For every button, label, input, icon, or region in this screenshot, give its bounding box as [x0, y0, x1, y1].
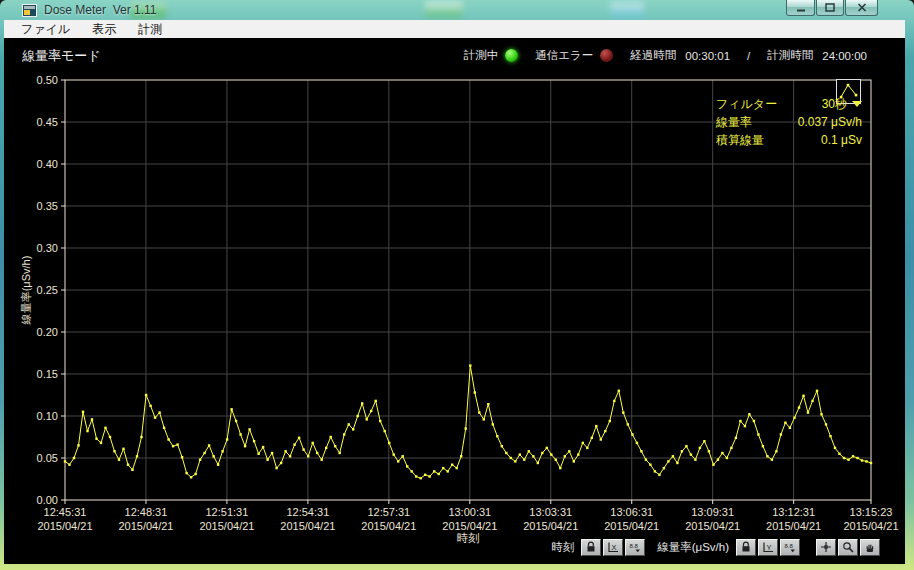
chevron-down-icon: [852, 101, 862, 107]
data-point-marker: [609, 420, 611, 422]
data-point-marker: [172, 445, 174, 447]
data-point-marker: [384, 430, 386, 432]
data-point-marker: [127, 464, 129, 466]
data-point-marker: [104, 427, 106, 429]
data-point-marker: [843, 457, 845, 459]
x-tick-date: 2015/04/21: [523, 520, 578, 532]
data-point-marker: [289, 455, 291, 457]
x-autoscale-icon: X: [607, 541, 619, 553]
x-format-icon: 8.8: [629, 541, 641, 553]
minimize-icon: [796, 3, 806, 12]
data-point-marker: [352, 428, 354, 430]
measuring-label: 計測中: [464, 48, 499, 63]
maximize-button[interactable]: [816, 0, 844, 16]
data-point-marker: [793, 417, 795, 419]
desktop-icon-blur: [610, 2, 644, 18]
close-button[interactable]: [845, 0, 878, 16]
data-point-marker: [825, 423, 827, 425]
data-point-marker: [379, 420, 381, 422]
y-scale-lock-button[interactable]: [736, 539, 756, 556]
data-point-marker: [460, 455, 462, 457]
data-point-marker: [820, 413, 822, 415]
data-point-marker: [622, 411, 624, 413]
y-lock-icon: [740, 541, 752, 553]
filter-value: 30秒: [822, 96, 847, 113]
data-point-marker: [118, 459, 120, 461]
menu-view[interactable]: 表示: [81, 21, 127, 38]
data-point-marker: [438, 473, 440, 475]
data-point-marker: [649, 464, 651, 466]
x-tick-time: 13:00:31: [448, 506, 491, 518]
data-point-marker: [424, 474, 426, 476]
data-point-marker: [532, 455, 534, 457]
x-tick-time: 13:12:31: [772, 506, 815, 518]
data-point-marker: [802, 395, 804, 397]
x-tick-time: 12:54:31: [286, 506, 329, 518]
data-point-marker: [397, 460, 399, 462]
data-point-marker: [442, 467, 444, 469]
data-point-marker: [636, 442, 638, 444]
data-point-marker: [676, 462, 678, 464]
filter-select[interactable]: 30秒: [822, 96, 862, 113]
data-point-marker: [762, 445, 764, 447]
data-point-marker: [158, 411, 160, 413]
status-row: 計測中 通信エラー 経過時間 00:30:01 / 計測時間 24:00:00: [464, 48, 867, 63]
graph-toolbar: 時刻 X 8.8 線量率(μSv/h) Y 8.8: [551, 537, 880, 557]
data-point-marker: [528, 450, 530, 452]
y-tick-label: 0.30: [37, 242, 58, 254]
window-title: Dose Meter Ver 1.11: [44, 3, 157, 17]
data-point-marker: [748, 413, 750, 415]
data-point-marker: [393, 453, 395, 455]
data-point-marker: [122, 448, 124, 450]
data-point-marker: [307, 455, 309, 457]
x-tick-date: 2015/04/21: [118, 520, 173, 532]
data-point-marker: [519, 453, 521, 455]
cursor-tool-button[interactable]: [816, 539, 836, 556]
data-point-marker: [483, 418, 485, 420]
data-point-marker: [312, 442, 314, 444]
y-autoscale-button[interactable]: Y: [758, 539, 778, 556]
data-point-marker: [266, 459, 268, 461]
data-point-marker: [212, 455, 214, 457]
data-point-marker: [721, 452, 723, 454]
data-point-marker: [73, 457, 75, 459]
data-point-marker: [757, 433, 759, 435]
data-point-marker: [550, 453, 552, 455]
x-autoscale-button[interactable]: X: [603, 539, 623, 556]
data-point-marker: [239, 433, 241, 435]
x-tick-time: 12:51:31: [206, 506, 249, 518]
data-point-marker: [838, 453, 840, 455]
x-scale-lock-button[interactable]: [581, 539, 601, 556]
data-point-marker: [248, 428, 250, 430]
app-window: Dose Meter Ver 1.11 ファイル 表示 計測 0.000.050…: [0, 0, 914, 570]
menu-file[interactable]: ファイル: [10, 21, 81, 38]
x-scale-format-button[interactable]: 8.8: [625, 539, 645, 556]
window-body: ファイル 表示 計測 0.000.050.100.150.200.250.300…: [4, 20, 905, 564]
data-point-marker: [149, 405, 151, 407]
menu-measure[interactable]: 計測: [127, 21, 173, 38]
x-tick-time: 13:03:31: [529, 506, 572, 518]
measuring-led-icon: [505, 49, 518, 62]
y-tick-label: 0.50: [37, 74, 58, 86]
zoom-tool-button[interactable]: [838, 539, 858, 556]
data-point-marker: [82, 411, 84, 413]
minimize-button[interactable]: [786, 0, 815, 16]
data-point-marker: [226, 438, 228, 440]
pan-tool-button[interactable]: [860, 539, 880, 556]
data-point-marker: [406, 465, 408, 467]
y-scale-format-button[interactable]: 8.8: [780, 539, 800, 556]
time-separator: /: [747, 50, 750, 62]
data-point-marker: [604, 430, 606, 432]
close-icon: [857, 3, 867, 12]
title-bar[interactable]: Dose Meter Ver 1.11: [0, 0, 914, 20]
data-point-marker: [253, 440, 255, 442]
filter-label: フィルター: [716, 96, 777, 113]
data-point-marker: [816, 390, 818, 392]
data-point-marker: [91, 418, 93, 420]
x-tick-date: 2015/04/21: [604, 520, 659, 532]
y-axis-title: 線量率(μSv/h): [20, 256, 32, 326]
data-point-marker: [334, 445, 336, 447]
data-point-marker: [221, 450, 223, 452]
y-autoscale-icon: Y: [762, 541, 774, 553]
x-scale-label: 時刻: [551, 540, 574, 555]
